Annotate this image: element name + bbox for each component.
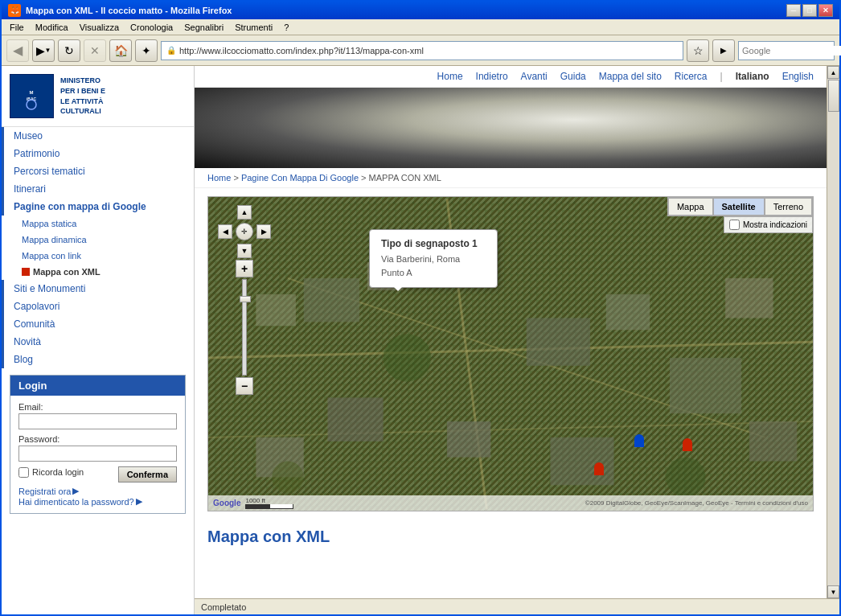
lang-italiano[interactable]: Italiano	[736, 71, 769, 82]
login-body: Email: Password: Ricorda login Conferma …	[10, 396, 185, 513]
zoom-out-button[interactable]: −	[236, 377, 253, 395]
search-box[interactable]: 🔍	[738, 41, 835, 60]
nav-blog[interactable]: Blog	[2, 351, 194, 368]
breadcrumb-section[interactable]: Pagine Con Mappa Di Google	[241, 173, 359, 183]
forgot-link[interactable]: Hai dimenticato la password? ▶	[18, 496, 177, 507]
svg-rect-12	[606, 294, 650, 331]
pan-up-button[interactable]: ▲	[237, 205, 252, 220]
status-text: Completato	[201, 602, 246, 612]
nav-mappa-sito[interactable]: Mappa del sito	[599, 71, 662, 82]
menu-cronologia[interactable]: Cronologia	[125, 21, 178, 34]
remember-label: Ricorda login	[32, 467, 84, 477]
maximize-button[interactable]: □	[802, 4, 817, 17]
popup-line1: Via Barberini, Roma	[381, 253, 486, 266]
nav-itinerari[interactable]: Itinerari	[2, 180, 194, 198]
address-bar[interactable]: 🔒 http://www.ilcocciomatto.com/index.php…	[161, 41, 683, 60]
pan-right-button[interactable]: ▶	[256, 224, 271, 239]
confirm-button[interactable]: Conferma	[118, 466, 177, 483]
svg-point-22	[272, 462, 304, 494]
show-directions-checkbox[interactable]	[729, 220, 740, 230]
nav-ricerca[interactable]: Ricerca	[675, 71, 708, 82]
pan-left-button[interactable]: ◀	[218, 224, 232, 239]
svg-rect-15	[327, 397, 383, 441]
nav-section: Museo Patrimonio Percorsi tematici Itine…	[2, 127, 194, 368]
search-input[interactable]	[742, 46, 841, 55]
marker-blue-1[interactable]	[634, 434, 644, 447]
popup-title: Tipo di segnaposto 1	[381, 238, 486, 249]
password-input[interactable]	[18, 446, 177, 462]
scroll-track[interactable]	[827, 79, 839, 585]
content-area: Home Indietro Avanti Guida Mappa del sit…	[195, 66, 839, 614]
scroll-down-button[interactable]: ▼	[827, 585, 839, 598]
menu-segnalibri[interactable]: Segnalibri	[179, 21, 228, 34]
nav-indietro[interactable]: Indietro	[476, 71, 508, 82]
window-title: Mappa con XML - Il coccio matto - Mozill…	[26, 6, 232, 15]
nav-siti[interactable]: Siti e Monumenti	[2, 280, 194, 298]
lang-separator: |	[720, 71, 723, 82]
marker-red-1[interactable]	[594, 462, 604, 475]
breadcrumb-home[interactable]: Home	[207, 173, 231, 183]
header-image	[195, 88, 827, 168]
zoom-in-button[interactable]: +	[236, 260, 253, 277]
menu-modifica[interactable]: Modifica	[31, 21, 73, 34]
star-button[interactable]: ☆	[687, 39, 709, 62]
zoom-track[interactable]	[242, 279, 247, 376]
lang-english[interactable]: English	[782, 71, 814, 82]
minimize-button[interactable]: ─	[786, 4, 801, 17]
show-directions-row: Mostra indicazioni	[724, 216, 813, 233]
menu-visualizza[interactable]: Visualizza	[75, 21, 124, 34]
nav-patrimonio[interactable]: Patrimonio	[2, 145, 194, 162]
header-background	[195, 88, 827, 168]
map-view[interactable]: Mappa Satellite Terreno Mostra indicazio…	[208, 197, 813, 511]
nav-mappa-xml[interactable]: Mappa con XML	[2, 264, 194, 280]
register-link[interactable]: Registrati ora ▶	[18, 486, 177, 496]
close-button[interactable]: ✕	[818, 4, 833, 17]
nav-museo[interactable]: Museo	[2, 127, 194, 145]
firefox-icon: 🦊	[8, 4, 21, 17]
nav-novita[interactable]: Novità	[2, 333, 194, 351]
top-nav: Home Indietro Avanti Guida Mappa del sit…	[195, 66, 827, 88]
map-overlay	[208, 197, 813, 511]
scrollbar[interactable]: ▲ ▼	[827, 66, 839, 598]
remember-checkbox[interactable]	[18, 467, 29, 478]
bookmark-button[interactable]: ✦	[135, 39, 158, 62]
menu-file[interactable]: File	[5, 21, 29, 34]
map-tab-terreno[interactable]: Terreno	[765, 198, 812, 216]
nav-pagine-mappa[interactable]: Pagine con mappa di Google	[2, 198, 194, 216]
nav-mappa-dinamica[interactable]: Mappa dinamica	[2, 232, 194, 248]
forward-button[interactable]: ▶▼	[32, 39, 55, 62]
nav-mappa-statica[interactable]: Mappa statica	[2, 216, 194, 232]
marker-red-2[interactable]	[683, 438, 692, 451]
map-controls: ▲ ◀ ✛ ▶ ▼ +	[218, 205, 271, 395]
nav-percorsi[interactable]: Percorsi tematici	[2, 162, 194, 180]
reload-button[interactable]: ↻	[58, 39, 80, 62]
svg-rect-14	[725, 278, 773, 318]
title-bar-controls[interactable]: ─ □ ✕	[786, 4, 833, 17]
nav-mappa-link[interactable]: Mappa con link	[2, 248, 194, 264]
pan-center-button[interactable]: ✛	[236, 223, 253, 240]
zoom-control: + −	[236, 260, 253, 395]
home-button[interactable]: 🏠	[109, 39, 132, 62]
scroll-up-button[interactable]: ▲	[827, 66, 839, 79]
svg-line-7	[208, 421, 813, 437]
page-title: Mappa con XML	[195, 519, 827, 554]
menu-strumenti[interactable]: Strumenti	[230, 21, 277, 34]
nav-avanti[interactable]: Avanti	[521, 71, 548, 82]
scroll-thumb[interactable]	[828, 80, 839, 112]
main-content: Home Indietro Avanti Guida Mappa del sit…	[195, 66, 827, 598]
nav-guida[interactable]: Guida	[560, 71, 586, 82]
zoom-handle[interactable]	[240, 296, 251, 302]
go-button[interactable]: ▶	[712, 39, 735, 62]
menu-help[interactable]: ?	[279, 21, 293, 34]
stop-button[interactable]: ✕	[84, 39, 106, 62]
pan-down-button[interactable]: ▼	[237, 244, 252, 258]
map-tab-mappa[interactable]: Mappa	[668, 198, 713, 216]
email-input[interactable]	[18, 413, 177, 429]
nav-capolavori[interactable]: Capolavori	[2, 298, 194, 315]
nav-comunita[interactable]: Comunità	[2, 315, 194, 333]
svg-rect-11	[527, 318, 590, 365]
nav-home[interactable]: Home	[437, 71, 463, 82]
register-arrow-icon: ▶	[72, 486, 79, 496]
map-tab-satellite[interactable]: Satellite	[713, 198, 765, 216]
back-button[interactable]: ◀	[6, 39, 29, 62]
